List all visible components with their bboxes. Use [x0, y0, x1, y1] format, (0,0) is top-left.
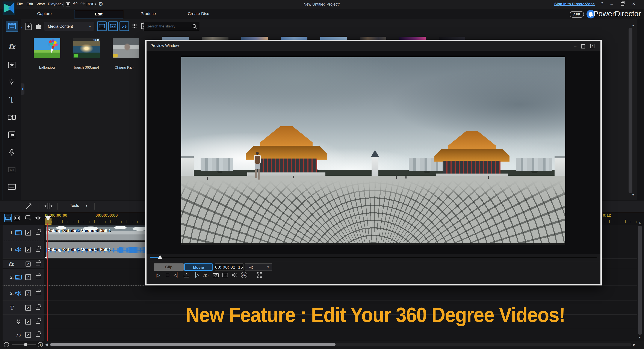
subtitle-room-icon[interactable]	[6, 182, 18, 192]
mode-360-chevron-icon[interactable]: ▾	[95, 2, 96, 6]
preview-undock-icon[interactable]: ↗	[590, 44, 594, 48]
timecode-display[interactable]: 00; 00; 02; 15	[215, 264, 244, 271]
help-icon[interactable]: ?	[601, 2, 603, 6]
media-thumb-ballon[interactable]	[34, 38, 60, 58]
restore-icon[interactable]	[620, 2, 624, 6]
storyboard-view-icon[interactable]	[13, 214, 20, 222]
tab-capture[interactable]: Capture	[25, 10, 64, 18]
scroll-up-icon[interactable]: ▲	[638, 221, 641, 224]
snapshot-camera-icon[interactable]	[212, 271, 220, 279]
transition-room-icon[interactable]	[6, 112, 18, 122]
track-header-music[interactable]: ♪♪ ✓	[2, 329, 44, 341]
minimize-icon[interactable]: _	[610, 0, 613, 5]
filter-photo-icon[interactable]	[108, 22, 118, 31]
library-menu-grid-icon[interactable]	[131, 22, 139, 30]
add-track-icon[interactable]	[25, 214, 32, 222]
track-header-voice[interactable]: ✓	[2, 315, 44, 328]
plugin-puzzle-icon[interactable]	[34, 22, 43, 31]
preview-titlebar[interactable]: Preview Window _ ↗	[146, 41, 600, 51]
undo-icon[interactable]: ↶	[73, 0, 78, 7]
menu-file[interactable]: File	[17, 2, 23, 6]
voiceover-room-icon[interactable]	[6, 148, 18, 158]
chapter-room-icon[interactable]: 123	[6, 164, 18, 175]
particle-room-icon[interactable]	[6, 78, 18, 88]
track-header-video1[interactable]: 1. ✓	[2, 225, 44, 241]
preview-minimize-icon[interactable]: _	[574, 42, 576, 46]
zoom-out-icon[interactable]: −	[4, 342, 9, 347]
track-header-audio1[interactable]: 1. ✓	[2, 241, 44, 258]
rail-collapse-icon[interactable]: ›	[21, 26, 22, 31]
scroll-down-icon[interactable]: ▼	[638, 336, 641, 339]
zoom-in-icon[interactable]: +	[38, 342, 43, 347]
track-header-fx[interactable]: fx ✓	[2, 260, 44, 268]
tab-edit[interactable]: Edit	[74, 10, 123, 18]
tab-create-disc[interactable]: Create Disc	[179, 10, 218, 18]
scroll-up-icon[interactable]: ▲	[632, 24, 634, 26]
track-enable-checkbox[interactable]: ✓	[25, 305, 31, 310]
step-backward-button[interactable]	[182, 271, 190, 279]
magic-tools-wand-icon[interactable]	[25, 202, 33, 210]
track-enable-checkbox[interactable]: ✓	[25, 332, 31, 338]
title-room-icon[interactable]: T	[6, 94, 18, 105]
track-enable-checkbox[interactable]: ✓	[26, 262, 30, 266]
timeline-hscroll-track[interactable]	[50, 343, 632, 346]
timeline-clip-video[interactable]: Chiang Kai-shek Memorial Hall-1	[46, 225, 145, 241]
save-icon[interactable]	[66, 2, 70, 7]
view-360-mode-button[interactable]: 360	[240, 271, 248, 279]
app-badge[interactable]: APP	[570, 11, 584, 18]
signin-directorzone-link[interactable]: Sign in to DirectorZone	[554, 2, 595, 6]
tab-produce[interactable]: Produce	[129, 10, 168, 18]
media-thumb-chiang[interactable]	[112, 38, 139, 58]
timeline-scrollbar-thumb[interactable]	[638, 226, 642, 335]
track-header-video2[interactable]: 2. ✓	[2, 269, 44, 286]
track-lock-icon[interactable]	[36, 320, 40, 324]
scroll-left-icon[interactable]: ◀	[45, 342, 48, 347]
track-header-audio2[interactable]: 2. ✓	[2, 286, 44, 300]
scroll-right-icon[interactable]: ▶	[633, 342, 636, 347]
fit-dropdown[interactable]: Fit ▼	[245, 264, 272, 271]
media-content-dropdown[interactable]: Media Content ▾	[44, 22, 94, 30]
library-scrollbar-thumb[interactable]	[628, 28, 632, 193]
menu-playback[interactable]: Playback	[48, 2, 64, 6]
media-room-icon[interactable]: ›	[6, 21, 18, 32]
rail-expand-handle[interactable]: ›	[21, 84, 24, 94]
audio-mixing-room-icon[interactable]	[6, 130, 18, 140]
stop-button[interactable]: □	[164, 271, 172, 279]
track-header-title[interactable]: T ✓	[2, 301, 44, 314]
track-enable-checkbox[interactable]: ✓	[25, 319, 31, 324]
fast-forward-button[interactable]: ▷▷	[202, 271, 209, 279]
zoom-slider-thumb[interactable]	[24, 343, 27, 346]
movie-mode-button[interactable]: Movie	[184, 264, 212, 271]
menu-view[interactable]: View	[36, 2, 45, 6]
split-clip-icon[interactable]	[44, 203, 53, 209]
playhead-marker[interactable]	[45, 216, 51, 221]
close-icon[interactable]: ×	[632, 0, 636, 7]
import-media-icon[interactable]	[24, 22, 33, 31]
play-button[interactable]: ▷	[154, 271, 162, 279]
preview-maximize-icon[interactable]	[581, 44, 585, 48]
track-lock-icon[interactable]	[36, 231, 40, 235]
fullscreen-icon[interactable]	[256, 271, 263, 279]
search-icon[interactable]	[192, 24, 197, 29]
track-enable-checkbox[interactable]: ✓	[25, 247, 31, 252]
track-lock-icon[interactable]	[36, 306, 40, 310]
redo-icon[interactable]: ↷	[80, 0, 85, 7]
settings-gear-icon[interactable]: ⚙	[98, 1, 103, 7]
track-enable-checkbox[interactable]: ✓	[25, 290, 31, 296]
range-select-icon[interactable]	[34, 214, 42, 222]
tools-dropdown[interactable]: Tools	[70, 203, 79, 208]
search-input[interactable]	[146, 23, 190, 30]
seek-track[interactable]	[150, 257, 596, 258]
track-lock-icon[interactable]	[36, 248, 40, 252]
track-lock-icon[interactable]	[36, 333, 40, 337]
preview-seekbar[interactable]	[146, 254, 600, 260]
volume-speaker-icon[interactable]	[231, 271, 238, 279]
track-lock-icon[interactable]	[36, 275, 40, 279]
track-lock-icon[interactable]	[36, 262, 40, 266]
filter-audio-icon[interactable]: ♪♪	[120, 22, 129, 31]
mode-360-dropdown[interactable]: 360	[87, 2, 94, 6]
pip-objects-room-icon[interactable]	[6, 60, 18, 70]
preview-quality-list-icon[interactable]	[222, 271, 229, 279]
next-frame-button[interactable]: ▕▷	[192, 271, 200, 279]
timeline-view-icon[interactable]	[4, 214, 12, 222]
